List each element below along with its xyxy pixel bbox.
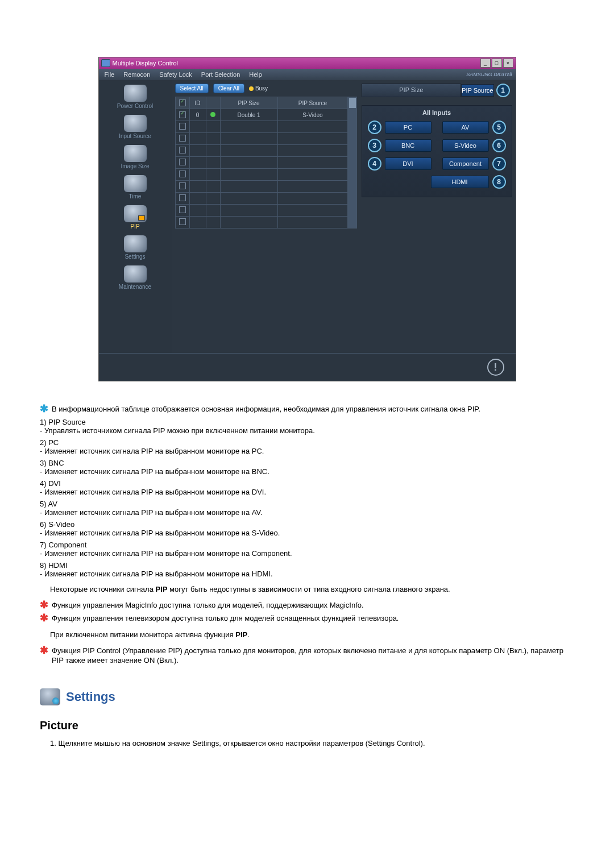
note-magicinfo: Функция управления MagicInfo доступна то… [52, 600, 574, 610]
star-icon: ✱ [40, 600, 48, 609]
table-row[interactable] [175, 181, 348, 193]
list-item: 8) HDMI- Изменяет источник сигнала PIP н… [40, 561, 574, 578]
table-row[interactable] [175, 193, 348, 205]
window-title: Multiple Display Control [113, 60, 179, 67]
table-col-pip-size: PIP Size [220, 97, 277, 109]
menu-remocon[interactable]: Remocon [119, 71, 155, 78]
menu-bar: File Remocon Safety Lock Port Selection … [99, 69, 516, 80]
table-col-check[interactable] [175, 97, 189, 109]
step-1: 1. Щелкните мышью на основном значке Set… [50, 739, 574, 747]
callout-1: 1 [496, 84, 510, 97]
table-row[interactable] [175, 133, 348, 145]
sidebar-item-time[interactable]: Time [101, 175, 169, 200]
sidebar-item-label: Time [101, 193, 169, 200]
inputs-panel: All Inputs 2PC AV5 3BNC S-Video6 4DVI Co… [362, 105, 512, 197]
sidebar-item-label: Input Source [101, 133, 169, 139]
clear-all-button[interactable]: Clear All [213, 84, 244, 93]
sidebar-item-label: Maintenance [101, 284, 169, 290]
pip-icon [124, 205, 147, 222]
close-button[interactable]: × [503, 59, 513, 68]
menu-safety-lock[interactable]: Safety Lock [155, 71, 196, 78]
callout-4: 4 [368, 157, 381, 171]
callout-5: 5 [492, 121, 506, 134]
menu-help[interactable]: Help [244, 71, 267, 78]
time-icon [124, 175, 147, 192]
sidebar-item-maintenance[interactable]: Maintenance [101, 265, 169, 290]
status-bar: ! [99, 353, 516, 381]
input-source-icon [124, 115, 147, 132]
list-item: 2) PC- Изменяет источник сигнала PIP на … [40, 438, 574, 455]
callout-3: 3 [368, 139, 381, 152]
table-row[interactable] [175, 121, 348, 133]
list-item: 4) DVI- Изменяет источник сигнала PIP на… [40, 479, 574, 496]
input-pc-button[interactable]: PC [385, 121, 432, 134]
table-scrollbar[interactable] [348, 97, 356, 229]
numbered-list: 1) PIP Source- Управлять источником сигн… [40, 418, 574, 578]
message-1: Некоторые источники сигнала PIP могут бы… [50, 585, 574, 593]
table-col-pip-source: PIP Source [277, 97, 348, 109]
display-table: ID PIP Size PIP Source 0Double 1S-Video [175, 97, 349, 229]
subsection-title: Picture [40, 719, 574, 732]
table-col-id: ID [189, 97, 206, 109]
settings-section-icon [40, 688, 60, 705]
tab-pip-size[interactable]: PIP Size [362, 84, 462, 97]
inputs-panel-title: All Inputs [366, 109, 508, 116]
star-icon: ✱ [40, 613, 48, 622]
intro-note: В информационной таблице отображается ос… [52, 404, 574, 414]
table-row[interactable] [175, 145, 348, 157]
power-control-icon [124, 85, 147, 102]
note-tv: Функция управления телевизором доступна … [52, 613, 574, 624]
alert-icon: ! [487, 359, 504, 376]
table-col-status [206, 97, 220, 109]
callout-8: 8 [492, 175, 506, 189]
busy-dot-icon [249, 86, 254, 91]
input-av-button[interactable]: AV [442, 121, 489, 134]
busy-label-text: Busy [255, 85, 268, 92]
app-window: Multiple Display Control _ □ × File Remo… [98, 57, 516, 381]
input-svideo-button[interactable]: S-Video [442, 139, 489, 152]
title-bar: Multiple Display Control _ □ × [99, 57, 516, 69]
sidebar-item-label: Image Size [101, 163, 169, 169]
input-component-button[interactable]: Component [442, 157, 489, 170]
table-row[interactable] [175, 205, 348, 217]
sidebar-item-label: PIP [101, 223, 169, 230]
settings-icon [124, 235, 147, 252]
callout-7: 7 [492, 157, 506, 171]
list-item: 3) BNC- Изменяет источник сигнала PIP на… [40, 459, 574, 476]
table-row[interactable] [175, 157, 348, 169]
brand-logo: SAMSUNG DIGITall [466, 72, 514, 77]
callout-2: 2 [368, 121, 381, 134]
star-icon: ✱ [40, 646, 48, 655]
minimize-button[interactable]: _ [480, 59, 491, 68]
list-item: 5) AV- Изменяет источник сигнала PIP на … [40, 500, 574, 517]
select-all-button[interactable]: Select All [175, 84, 209, 93]
sidebar-item-label: Settings [101, 254, 169, 260]
table-row[interactable] [175, 169, 348, 181]
busy-indicator: Busy [249, 85, 268, 92]
tab-pip-source[interactable]: PIP Source [461, 84, 493, 97]
image-size-icon [124, 145, 147, 162]
menu-port-selection[interactable]: Port Selection [197, 71, 244, 78]
input-hdmi-button[interactable]: HDMI [431, 176, 489, 188]
table-row[interactable] [175, 217, 348, 229]
sidebar-item-settings[interactable]: Settings [101, 235, 169, 260]
section-title: Settings [66, 690, 115, 704]
maximize-button[interactable]: □ [492, 59, 502, 68]
sidebar-item-input-source[interactable]: Input Source [101, 115, 169, 139]
input-bnc-button[interactable]: BNC [385, 139, 432, 152]
star-icon: ✱ [40, 404, 48, 413]
sidebar-item-label: Power Control [101, 103, 169, 109]
sidebar-item-power-control[interactable]: Power Control [101, 85, 169, 109]
list-item: 6) S-Video- Изменяет источник сигнала PI… [40, 520, 574, 537]
sidebar-item-pip[interactable]: PIP [101, 205, 169, 230]
table-row[interactable]: 0Double 1S-Video [175, 109, 348, 121]
app-icon [101, 59, 110, 67]
input-dvi-button[interactable]: DVI [385, 157, 432, 170]
maintenance-icon [124, 265, 147, 283]
note-pip-control: Функция PIP Control (Управление PIP) дос… [52, 646, 574, 666]
callout-6: 6 [492, 139, 506, 152]
message-2: При включенном питании монитора активна … [50, 630, 574, 639]
menu-file[interactable]: File [100, 71, 119, 78]
sidebar-item-image-size[interactable]: Image Size [101, 145, 169, 169]
list-item: 7) Component- Изменяет источник сигнала … [40, 541, 574, 558]
